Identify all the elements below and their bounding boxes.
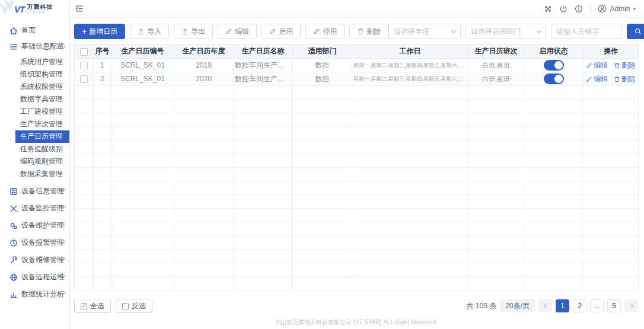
enable-toggle[interactable] bbox=[544, 74, 564, 84]
calendar-table: 序号 生产日历编号 生产日历年度 生产日历名称 适用部门 工作日 生产日历班次 … bbox=[74, 44, 639, 290]
sidebar-item-home[interactable]: 首页 bbox=[0, 23, 69, 39]
wrench-icon bbox=[9, 256, 18, 264]
gears-icon bbox=[9, 222, 18, 230]
col-header-dept: 适用部门 bbox=[293, 44, 352, 59]
next-page-button[interactable] bbox=[624, 299, 638, 312]
collapse-sidebar-icon[interactable] bbox=[75, 4, 84, 13]
page-ellipsis[interactable]: ... bbox=[590, 299, 604, 312]
sidebar-item-permissions[interactable]: 系统权限管理 bbox=[15, 81, 69, 93]
col-header-code: 生产日历编号 bbox=[111, 44, 174, 59]
calendar-dept: 数控 bbox=[293, 72, 352, 86]
export-button[interactable]: 导出 bbox=[174, 24, 213, 39]
edit-link[interactable]: 编辑 bbox=[586, 60, 608, 71]
sidebar-item-shift-management[interactable]: 生产班次管理 bbox=[15, 118, 69, 130]
empty-table-row bbox=[75, 140, 639, 154]
sidebar-item-data-dictionary[interactable]: 数据字典管理 bbox=[15, 93, 69, 106]
calendar-year: 2019 bbox=[174, 59, 234, 72]
page-button-2[interactable]: 2 bbox=[573, 299, 586, 312]
sidebar-item-label: 首页 bbox=[21, 25, 65, 36]
calendar-workdays: 星期一,星期二,星期三,星期四,星期五,星期六,星期日; bbox=[352, 59, 468, 72]
list-icon bbox=[9, 43, 18, 51]
keyword-input[interactable] bbox=[551, 24, 622, 39]
select-all-button[interactable]: ✓ 全选 bbox=[74, 299, 111, 313]
sidebar-item-org-structure[interactable]: 组织架构管理 bbox=[15, 68, 69, 81]
page-size-select[interactable]: 20条/页 bbox=[500, 299, 535, 312]
year-select[interactable]: 请选择年度 bbox=[388, 24, 461, 39]
empty-table-row bbox=[75, 236, 639, 250]
alarm-icon bbox=[9, 239, 18, 247]
globe-icon bbox=[9, 273, 18, 282]
select-all-checkbox[interactable] bbox=[80, 48, 88, 56]
delete-button[interactable]: 删除 bbox=[349, 24, 388, 39]
department-select[interactable]: 请选择适用部门 bbox=[466, 24, 546, 39]
department-select-placeholder: 请选择适用部门 bbox=[471, 27, 521, 37]
sidebar-item-factory-modeling[interactable]: 工厂建模管理 bbox=[15, 106, 69, 118]
total-count: 共 105 条 bbox=[467, 301, 497, 311]
user-menu[interactable]: Admin ▾ bbox=[598, 4, 636, 13]
empty-table-row bbox=[75, 113, 639, 127]
chevron-down-icon bbox=[451, 28, 456, 33]
empty-table-row bbox=[75, 168, 639, 181]
main-area: Admin ▾ + 新增日历 导入 bbox=[70, 0, 644, 329]
upload-icon bbox=[138, 28, 145, 35]
col-header-shift: 生产日历班次 bbox=[468, 44, 524, 59]
disable-button[interactable]: 停用 bbox=[305, 24, 345, 39]
sidebar-group-device-info[interactable]: 设备信息管理 bbox=[0, 183, 69, 200]
edit-link[interactable]: 编辑 bbox=[586, 74, 608, 84]
info-icon[interactable] bbox=[575, 5, 583, 13]
pencil-icon bbox=[225, 28, 232, 35]
sidebar-group-base-config[interactable]: 基础信息配置 bbox=[0, 39, 69, 55]
chevron-right-icon bbox=[628, 304, 633, 308]
trash-icon bbox=[614, 76, 620, 82]
sidebar-group-device-remote-ops[interactable]: 设备远程运维 bbox=[0, 269, 69, 286]
invert-selection-button[interactable]: 反选 bbox=[116, 299, 152, 313]
empty-table-row bbox=[75, 209, 639, 222]
page-button-1[interactable]: 1 bbox=[556, 299, 569, 312]
sidebar-item-production-calendar[interactable]: 生产日历管理 bbox=[15, 130, 69, 143]
row-checkbox[interactable] bbox=[80, 62, 88, 69]
brand-logo: VT 万腾科技 VTSTAR bbox=[0, 0, 69, 18]
sidebar-group-device-monitoring[interactable]: 设备监控管理 bbox=[0, 200, 69, 217]
calendar-workdays: 星期一,星期二,星期三,星期四,星期五,星期六,星期日; bbox=[352, 72, 468, 86]
sidebar-item-coding-rules[interactable]: 编码规则管理 bbox=[15, 155, 69, 168]
search-button[interactable]: 搜索 bbox=[627, 24, 644, 39]
sidebar-group-device-maintenance[interactable]: 设备维护管理 bbox=[0, 217, 69, 234]
empty-table-row bbox=[75, 100, 639, 113]
empty-table-row bbox=[75, 181, 639, 195]
col-header-workdays: 工作日 bbox=[352, 44, 468, 59]
sidebar-item-task-reminder-level[interactable]: 任务提醒级别 bbox=[15, 143, 69, 155]
add-calendar-button[interactable]: + 新增日历 bbox=[74, 24, 125, 39]
save-disk-icon bbox=[9, 187, 18, 196]
calendar-name: 数控车间生产日历 bbox=[234, 59, 293, 72]
sidebar-group-device-repair[interactable]: 设备维修管理 bbox=[0, 251, 69, 269]
sidebar-group-label: 设备维修管理 bbox=[21, 255, 64, 265]
pencil-icon bbox=[586, 62, 592, 69]
delete-link[interactable]: 删除 bbox=[614, 60, 636, 71]
empty-table-row bbox=[75, 222, 639, 236]
sidebar-group-label: 设备维护管理 bbox=[21, 221, 64, 231]
fullscreen-icon[interactable] bbox=[544, 5, 552, 13]
pencil-icon bbox=[269, 28, 276, 35]
row-index: 2 bbox=[94, 72, 111, 86]
enable-button[interactable]: 启用 bbox=[262, 24, 301, 39]
year-select-placeholder: 请选择年度 bbox=[394, 27, 429, 37]
delete-link[interactable]: 删除 bbox=[614, 74, 636, 84]
toolbar: + 新增日历 导入 导出 编辑 bbox=[74, 24, 638, 39]
edit-button[interactable]: 编辑 bbox=[218, 24, 257, 39]
sidebar-item-data-collection[interactable]: 数据采集管理 bbox=[15, 168, 69, 180]
sidebar-group-device-alarm[interactable]: 设备报警管理 bbox=[0, 234, 69, 251]
import-button[interactable]: 导入 bbox=[130, 24, 169, 39]
sidebar-item-system-users[interactable]: 系统用户管理 bbox=[15, 56, 69, 68]
table-header-row: 序号 生产日历编号 生产日历年度 生产日历名称 适用部门 工作日 生产日历班次 … bbox=[75, 44, 639, 59]
enable-toggle[interactable] bbox=[544, 60, 564, 71]
username: Admin bbox=[610, 5, 630, 13]
trash-icon bbox=[614, 62, 620, 69]
prev-page-button[interactable] bbox=[538, 299, 552, 312]
empty-table-row bbox=[75, 127, 639, 140]
row-checkbox[interactable] bbox=[80, 75, 88, 83]
page-button-5[interactable]: 5 bbox=[607, 299, 621, 312]
checked-checkbox-icon: ✓ bbox=[81, 303, 87, 309]
copyright-text: ©山东万腾电子科技有限公司 (VT STAR) ALL Right Reserv… bbox=[74, 318, 638, 327]
power-icon[interactable] bbox=[559, 5, 568, 13]
sidebar-group-data-statistics[interactable]: 数据统计分析 bbox=[0, 286, 69, 303]
